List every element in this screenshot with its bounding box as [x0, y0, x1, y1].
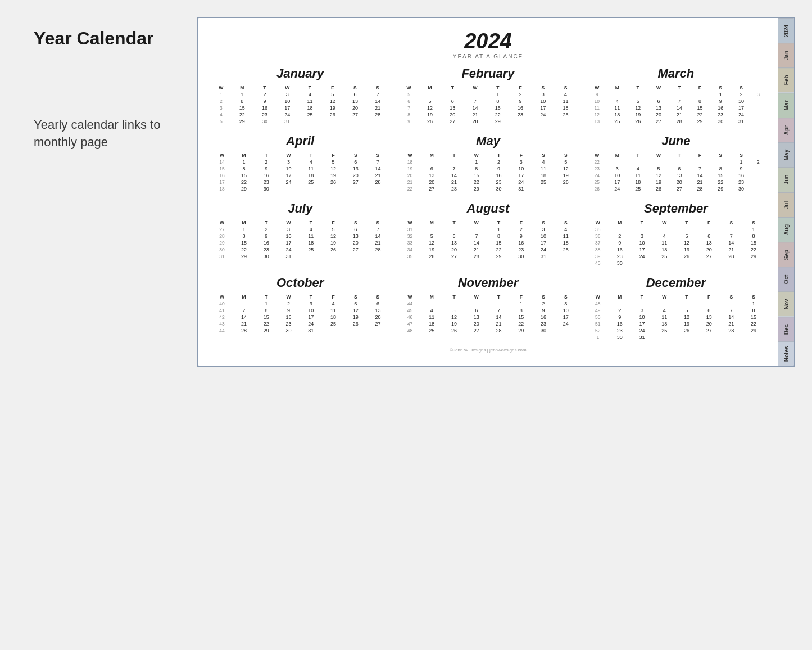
- month-block-february[interactable]: FebruaryWMTWTFSS512346567891011712131415…: [397, 62, 579, 129]
- day-cell: 28: [366, 111, 389, 118]
- tab-jul[interactable]: Jul: [778, 192, 794, 217]
- day-cell: 16: [255, 240, 278, 246]
- day-cell: 14: [366, 98, 389, 105]
- tab-dec[interactable]: Dec: [778, 317, 794, 341]
- month-block-october[interactable]: OctoberWMTWTFSS4012345641789101112134214…: [209, 271, 391, 345]
- day-cell: 19: [344, 314, 367, 321]
- day-cell: 24: [276, 111, 298, 118]
- day-cell: 19: [321, 105, 344, 111]
- day-cell: 11: [554, 98, 577, 105]
- day-cell: 15: [255, 314, 278, 321]
- day-cell: [675, 300, 698, 307]
- day-cell: 28: [720, 253, 743, 260]
- week-number: 44: [211, 327, 233, 334]
- day-cell: 13: [443, 240, 465, 246]
- day-cell: [698, 300, 720, 307]
- day-cell: 17: [510, 172, 532, 179]
- month-block-january[interactable]: JanuaryWMTWTFSS1123456728910111213143151…: [209, 62, 391, 129]
- day-cell: [465, 300, 488, 307]
- col-header: T: [300, 152, 322, 159]
- month-block-april[interactable]: AprilWMTWTFSS141234567158910111213141615…: [209, 129, 391, 197]
- day-cell: 16: [532, 314, 555, 321]
- col-header: W: [587, 152, 607, 159]
- day-cell: 13: [698, 314, 720, 321]
- day-cell: 13: [344, 233, 367, 240]
- day-cell: 5: [675, 233, 698, 240]
- month-block-december[interactable]: DecemberWMTWTFSS481492345678509101112131…: [585, 271, 767, 345]
- week-number: 44: [399, 300, 420, 307]
- day-cell: 1: [233, 159, 255, 165]
- col-header: W: [587, 294, 609, 300]
- tab-sep[interactable]: Sep: [778, 242, 794, 267]
- month-block-september[interactable]: SeptemberWMTWTFSS35136234567837910111213…: [585, 197, 767, 271]
- day-cell: 17: [276, 105, 298, 111]
- day-cell: 1: [742, 300, 765, 307]
- day-cell: 6: [698, 307, 720, 314]
- day-cell: 29: [742, 327, 765, 334]
- tab-2024[interactable]: 2024: [778, 18, 794, 43]
- col-header: F: [322, 152, 344, 159]
- day-cell: 25: [607, 118, 628, 125]
- day-cell: 22: [510, 321, 532, 327]
- day-cell: 11: [421, 314, 443, 321]
- month-block-july[interactable]: JulyWMTWTFSS2712345672889101112131429151…: [209, 197, 391, 271]
- tab-mar[interactable]: Mar: [778, 93, 794, 118]
- day-cell: 15: [231, 105, 253, 111]
- day-cell: 25: [653, 253, 675, 260]
- day-cell: 20: [367, 314, 389, 321]
- col-header: S: [555, 294, 577, 300]
- col-header: S: [344, 152, 367, 159]
- day-cell: 9: [509, 98, 532, 105]
- day-cell: 21: [233, 321, 255, 327]
- month-title: June: [587, 134, 765, 148]
- week-number: 16: [211, 172, 233, 179]
- day-cell: 19: [675, 246, 698, 253]
- tab-may[interactable]: May: [778, 142, 794, 167]
- month-title: January: [211, 66, 389, 81]
- day-cell: 11: [653, 314, 675, 321]
- month-title: September: [587, 201, 765, 216]
- day-cell: 22: [231, 111, 253, 118]
- day-cell: [628, 159, 648, 165]
- day-cell: 4: [555, 226, 577, 233]
- day-cell: 15: [233, 240, 255, 246]
- day-cell: 4: [300, 226, 322, 233]
- week-number: 9: [399, 118, 419, 125]
- col-header: S: [367, 294, 389, 300]
- day-cell: 22: [233, 246, 255, 253]
- day-cell: 5: [419, 98, 441, 105]
- week-number: 22: [587, 159, 607, 165]
- week-number: 37: [587, 240, 609, 246]
- col-header: S: [344, 294, 367, 300]
- day-cell: 26: [628, 118, 648, 125]
- month-block-august[interactable]: AugustWMTWTFSS31123432567891011331213141…: [397, 197, 579, 271]
- month-title: October: [211, 276, 389, 290]
- tab-oct[interactable]: Oct: [778, 267, 794, 291]
- day-cell: 24: [532, 111, 554, 118]
- tab-nov[interactable]: Nov: [778, 291, 794, 316]
- month-block-november[interactable]: NovemberWMTWTFSS441234545678910461112131…: [397, 271, 579, 345]
- day-cell: 8: [488, 233, 510, 240]
- tab-aug[interactable]: Aug: [778, 217, 794, 242]
- day-cell: 10: [532, 98, 554, 105]
- day-cell: [233, 300, 255, 307]
- week-number: 35: [399, 253, 420, 260]
- tab-jun[interactable]: Jun: [778, 167, 794, 192]
- day-cell: 24: [532, 246, 555, 253]
- col-header: M: [421, 219, 443, 226]
- col-header: F: [689, 152, 710, 159]
- day-cell: 2: [609, 233, 631, 240]
- month-block-may[interactable]: MayWMTWTFSS18123451967891011122013141516…: [397, 129, 579, 197]
- day-cell: 15: [742, 240, 765, 246]
- day-cell: 3: [278, 226, 300, 233]
- month-block-march[interactable]: MarchWMTWTFSS912310456789101111121314151…: [585, 62, 767, 129]
- tab-notes[interactable]: Notes: [778, 341, 794, 366]
- day-cell: 13: [441, 105, 464, 111]
- day-cell: 12: [419, 105, 441, 111]
- tab-jan[interactable]: Jan: [778, 43, 794, 67]
- day-cell: 3: [510, 159, 532, 165]
- month-block-june[interactable]: JuneWMTWTFSS2212233456789241011121314151…: [585, 129, 767, 197]
- tab-feb[interactable]: Feb: [778, 67, 794, 92]
- day-cell: 12: [555, 165, 577, 172]
- tab-apr[interactable]: Apr: [778, 118, 794, 142]
